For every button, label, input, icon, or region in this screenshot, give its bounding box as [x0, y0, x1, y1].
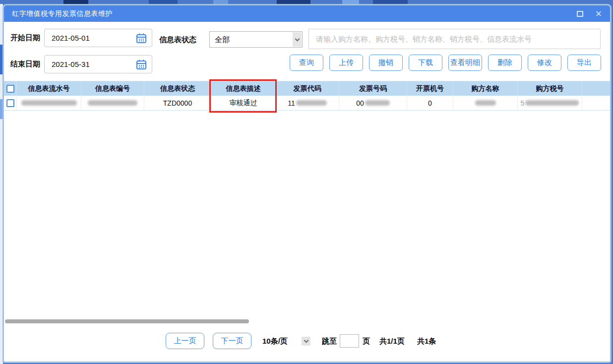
cell-buyer-tax-no: 5	[518, 96, 582, 110]
export-button[interactable]: 导出	[567, 55, 601, 71]
modify-button[interactable]: 修改	[528, 55, 561, 71]
table-header-row: 信息表流水号 信息表编号 信息表状态 信息表描述 发票代码 发票号码 开票机号 …	[4, 81, 610, 96]
page-size-value: 10条/页	[262, 333, 288, 349]
download-button[interactable]: 下载	[409, 55, 442, 71]
toolbar: 查询 上传 撤销 下载 查看明细 删除 修改 导出	[290, 55, 601, 71]
horizontal-scrollbar[interactable]	[5, 319, 249, 323]
maximize-icon	[577, 11, 583, 17]
cell-form-no	[81, 96, 144, 110]
start-date-label: 开始日期	[10, 33, 40, 43]
col-header-description[interactable]: 信息表描述	[211, 81, 276, 96]
status-select[interactable]: 全部	[209, 31, 303, 48]
revoke-button[interactable]: 撤销	[369, 55, 403, 71]
total-count-label: 共1条	[417, 333, 436, 349]
cell-filler	[582, 96, 610, 110]
status-label: 信息表状态	[159, 35, 196, 45]
col-header-invoice-number[interactable]: 发票号码	[339, 81, 407, 96]
cell-status: TZD0000	[144, 96, 211, 110]
view-detail-button[interactable]: 查看明细	[448, 55, 482, 71]
redacted-value	[21, 100, 77, 106]
redacted-value	[525, 100, 579, 106]
end-date-label: 结束日期	[10, 60, 40, 69]
chevron-down-icon	[304, 338, 308, 343]
upload-button[interactable]: 上传	[329, 55, 363, 71]
redacted-value	[296, 100, 327, 106]
col-header-serial-no[interactable]: 信息表流水号	[17, 81, 81, 96]
chevron-down-icon	[295, 36, 300, 41]
col-header-form-no[interactable]: 信息表编号	[81, 81, 144, 96]
pagination-bar: 上一页 下一页 10条/页 跳至 页 共1/1页 共1条	[4, 333, 610, 350]
col-header-filler	[582, 81, 610, 96]
select-arrow-box	[293, 32, 302, 47]
buyer-tax-prefix: 5	[521, 99, 525, 107]
info-table: 信息表流水号 信息表编号 信息表状态 信息表描述 发票代码 发票号码 开票机号 …	[4, 81, 610, 111]
row-checkbox[interactable]	[6, 99, 14, 107]
col-header-buyer-name[interactable]: 购方名称	[453, 81, 518, 96]
col-header-machine-no[interactable]: 开票机号	[407, 81, 453, 96]
page-size-select[interactable]	[302, 337, 310, 346]
page-unit-label: 页	[363, 333, 370, 349]
redacted-value	[88, 100, 137, 106]
close-button[interactable]: ×	[590, 5, 607, 22]
cell-description: 审核通过	[211, 96, 276, 110]
redacted-value	[365, 100, 390, 106]
query-button[interactable]: 查询	[290, 55, 323, 71]
invoice-number-prefix: 00	[356, 99, 364, 107]
col-header-buyer-tax-no[interactable]: 购方税号	[518, 81, 582, 96]
row-select-cell	[4, 96, 17, 110]
dialog-window: 红字增值税专用发票信息表维护 × 开始日期 信息表状态 全部 结束日期	[2, 4, 612, 363]
delete-button[interactable]: 删除	[488, 55, 522, 71]
status-selected-value: 全部	[215, 32, 230, 47]
redacted-value	[475, 100, 496, 106]
jump-to-page-input[interactable]	[340, 334, 359, 348]
prev-page-button[interactable]: 上一页	[166, 333, 204, 349]
start-date-field	[44, 29, 152, 47]
cell-invoice-code: 11	[276, 96, 339, 110]
select-all-checkbox[interactable]	[6, 85, 14, 93]
title-bar: 红字增值税专用发票信息表维护 ×	[4, 5, 610, 22]
calendar-icon[interactable]	[136, 59, 147, 70]
jump-to-label: 跳至	[322, 333, 337, 349]
cell-invoice-number: 00	[339, 96, 407, 110]
maximize-button[interactable]	[571, 5, 588, 22]
cell-machine-no: 0	[407, 96, 453, 110]
end-date-field	[44, 55, 152, 73]
select-all-cell	[4, 81, 17, 96]
page-count-label: 共1/1页	[379, 333, 405, 349]
cell-serial-no	[17, 96, 81, 110]
invoice-code-prefix: 11	[288, 99, 295, 107]
cell-buyer-name	[453, 96, 518, 110]
search-input[interactable]	[308, 29, 601, 49]
col-header-status[interactable]: 信息表状态	[144, 81, 211, 96]
table-row[interactable]: TZD0000 审核通过 11 00 0 5	[4, 96, 610, 111]
next-page-button[interactable]: 下一页	[213, 333, 251, 349]
window-title: 红字增值税专用发票信息表维护	[12, 5, 113, 22]
calendar-icon[interactable]	[136, 33, 147, 44]
col-header-invoice-code[interactable]: 发票代码	[276, 81, 339, 96]
